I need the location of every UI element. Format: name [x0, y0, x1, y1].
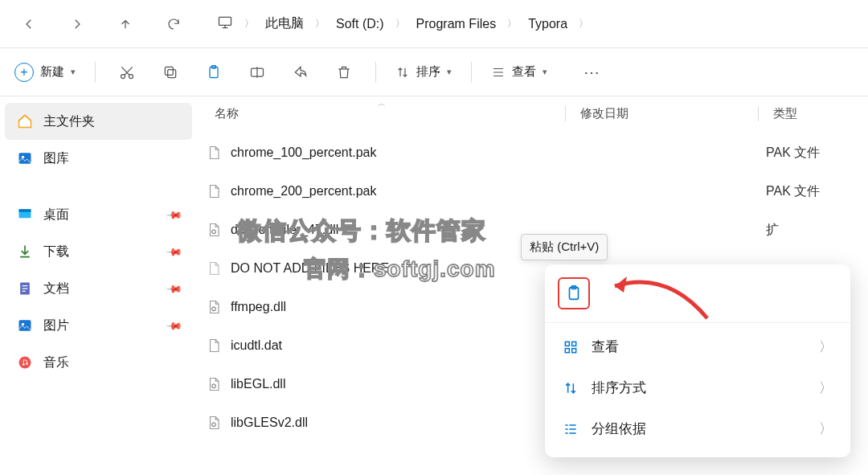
context-item-group[interactable]: 分组依据 〉: [545, 408, 850, 449]
pin-icon: 📌: [166, 280, 183, 297]
file-name: chrome_100_percent.pak: [231, 145, 573, 160]
share-button[interactable]: [289, 60, 313, 84]
svg-rect-3: [168, 69, 176, 77]
toolbar: + 新建 ▾ 排序 ▾ 查看 ▾ ⋯: [0, 48, 868, 96]
chevron-right-icon: 〉: [395, 17, 405, 31]
column-name[interactable]: 名称: [215, 106, 565, 121]
separator: [95, 62, 96, 83]
sort-indicator-icon: ︿: [378, 98, 386, 109]
sidebar-item-desktop[interactable]: 桌面 📌: [0, 196, 197, 233]
svg-point-20: [212, 384, 216, 388]
this-pc-icon[interactable]: [217, 14, 233, 34]
file-name: icudtl.dat: [231, 338, 573, 353]
svg-rect-13: [19, 320, 31, 330]
cut-button[interactable]: [115, 60, 139, 84]
svg-rect-4: [165, 67, 173, 75]
context-menu-icon-row: [545, 272, 850, 319]
chevron-right-icon: 〉: [244, 17, 254, 31]
chevron-right-icon: 〉: [819, 379, 833, 397]
address-bar: 〉 此电脑 〉 Soft (D:) 〉 Program Files 〉 Typo…: [0, 0, 868, 48]
context-item-label: 查看: [592, 338, 619, 356]
file-row[interactable]: chrome_100_percent.pakPAK 文件: [197, 133, 868, 172]
crumb-program-files[interactable]: Program Files: [416, 17, 497, 31]
context-item-sort[interactable]: 排序方式 〉: [545, 367, 850, 408]
sort-button[interactable]: 排序 ▾: [395, 64, 452, 80]
sidebar-item-pictures[interactable]: 图片 📌: [0, 307, 197, 344]
svg-point-16: [23, 363, 24, 366]
svg-point-9: [22, 156, 24, 158]
chevron-down-icon: ▾: [447, 67, 452, 77]
file-name: DO NOT ADD FILES HERE: [231, 261, 573, 276]
file-name: ffmpeg.dll: [231, 300, 573, 314]
file-row[interactable]: chrome_200_percent.pakPAK 文件: [197, 172, 868, 211]
rename-button[interactable]: [245, 60, 269, 84]
gallery-icon: [16, 149, 34, 167]
file-icon: [205, 260, 223, 277]
file-icon: [205, 337, 223, 354]
back-button[interactable]: [16, 11, 42, 37]
refresh-button[interactable]: [161, 11, 186, 37]
file-icon: [205, 375, 223, 393]
pictures-icon: [16, 317, 34, 334]
context-menu: 查看 〉 排序方式 〉 分组依据 〉: [545, 264, 850, 457]
new-label: 新建: [40, 64, 64, 80]
music-icon: [16, 354, 34, 371]
sidebar-item-gallery[interactable]: 图库: [0, 140, 197, 177]
svg-point-2: [129, 74, 133, 78]
column-type[interactable]: 类型: [758, 106, 868, 121]
file-icon: [205, 182, 223, 200]
svg-rect-26: [565, 348, 569, 352]
breadcrumb: 〉 此电脑 〉 Soft (D:) 〉 Program Files 〉 Typo…: [217, 14, 588, 34]
file-type: PAK 文件: [766, 183, 820, 200]
context-item-label: 分组依据: [592, 420, 646, 438]
column-date[interactable]: 修改日期: [565, 106, 758, 121]
sidebar-item-label: 下载: [43, 244, 69, 260]
sidebar-item-label: 音乐: [43, 354, 69, 371]
sidebar-item-label: 图库: [43, 150, 69, 167]
downloads-icon: [16, 243, 34, 260]
chevron-right-icon: 〉: [315, 17, 325, 31]
chevron-right-icon: 〉: [819, 338, 833, 356]
sidebar-item-home[interactable]: 主文件夹: [5, 103, 192, 140]
crumb-drive[interactable]: Soft (D:): [336, 17, 384, 31]
paste-tooltip: 粘贴 (Ctrl+V): [521, 234, 608, 260]
file-icon: [205, 221, 223, 239]
sidebar-item-downloads[interactable]: 下载 📌: [0, 233, 197, 270]
svg-point-21: [212, 423, 216, 427]
new-button[interactable]: + 新建 ▾: [14, 63, 76, 82]
context-item-view[interactable]: 查看 〉: [545, 326, 850, 367]
file-name: libGLESv2.dll: [231, 416, 573, 430]
sidebar-item-music[interactable]: 音乐: [0, 344, 197, 381]
svg-point-15: [19, 357, 31, 369]
more-button[interactable]: ⋯: [579, 60, 604, 84]
pin-icon: 📌: [166, 206, 183, 223]
svg-point-19: [212, 307, 216, 311]
documents-icon: [16, 280, 34, 297]
forward-button[interactable]: [64, 11, 90, 37]
sidebar-item-documents[interactable]: 文档 📌: [0, 270, 197, 307]
svg-rect-8: [19, 153, 31, 163]
sidebar: 主文件夹 图库 桌面 📌 下载 📌 文档: [0, 96, 197, 475]
svg-rect-24: [565, 342, 569, 346]
sidebar-item-label: 主文件夹: [43, 113, 95, 130]
file-icon: [205, 144, 223, 162]
context-paste-button[interactable]: [558, 277, 590, 309]
paste-button[interactable]: [202, 60, 226, 84]
context-item-label: 排序方式: [592, 379, 646, 397]
crumb-this-pc[interactable]: 此电脑: [265, 15, 304, 32]
chevron-down-icon: ▾: [542, 67, 547, 77]
up-button[interactable]: [113, 11, 138, 37]
separator: [471, 62, 472, 83]
file-icon: [205, 414, 223, 432]
sidebar-item-label: 图片: [43, 317, 69, 334]
view-label: 查看: [512, 64, 536, 80]
view-button[interactable]: 查看 ▾: [491, 64, 547, 80]
crumb-typora[interactable]: Typora: [528, 17, 567, 31]
copy-button[interactable]: [158, 60, 182, 84]
delete-button[interactable]: [332, 60, 356, 84]
chevron-right-icon: 〉: [507, 17, 517, 31]
svg-point-17: [26, 362, 28, 365]
file-icon: [205, 298, 223, 316]
file-name: libEGL.dll: [231, 377, 573, 391]
sidebar-item-label: 文档: [43, 280, 69, 297]
